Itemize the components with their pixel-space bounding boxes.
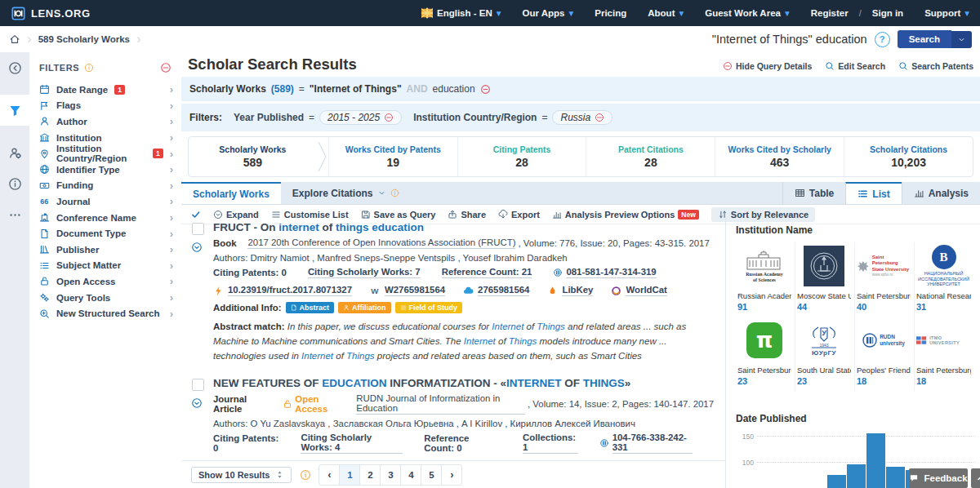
nav-item-support[interactable]: Support▾ (914, 0, 980, 26)
user-settings-rail-icon[interactable] (0, 137, 29, 168)
info-rail-icon[interactable] (0, 168, 29, 199)
institution-cell[interactable]: ВНАЦИОНАЛЬНЫЙ ИССЛЕДОВАТЕЛЬСКИЙУНИВЕРСИТ… (915, 242, 974, 317)
institution-cell[interactable]: RUDNuniversityPeoples' Friendsh...18 (855, 317, 915, 391)
nav-item-english-en[interactable]: English - EN▾ (411, 0, 512, 26)
page-button-2[interactable]: 2 (359, 464, 381, 486)
sidebar-item-subject-matter[interactable]: Subject Matter› (29, 258, 181, 274)
metric-patent-citations[interactable]: Patent Citations28 (586, 137, 715, 176)
result-source[interactable]: 2017 20th Conference of Open Innovations… (247, 237, 515, 249)
collapse-chart-button[interactable] (971, 468, 980, 488)
external-id-cloud[interactable]: 2765981564 (463, 285, 529, 296)
institution-count[interactable]: 44 (797, 302, 851, 312)
result-count[interactable]: 104-766-338-242-331 (599, 433, 693, 454)
institution-cell[interactable]: Moscow State Uni...44 (795, 242, 855, 317)
date-bar[interactable] (866, 433, 885, 488)
result-checkbox[interactable] (192, 379, 204, 391)
institution-cell[interactable]: У1943ЮУрГУSouth Ural State ...23 (795, 317, 855, 391)
external-id-worldcat[interactable]: WorldCat (611, 285, 666, 296)
institution-cell[interactable]: ITMO UNIVERSITYSaint Petersburg ...18 (915, 317, 974, 391)
nav-item-pricing[interactable]: Pricing (584, 0, 637, 26)
link-edit-search[interactable]: Edit Search (825, 61, 885, 71)
sidebar-item-new-structured-search[interactable]: New Structured Search› (29, 305, 181, 322)
metric-scholarly-citations[interactable]: Scholarly Citations10,203 (844, 137, 973, 176)
sidebar-item-conference-name[interactable]: Conference Name› (29, 210, 181, 226)
page-button-4[interactable]: 4 (400, 464, 421, 486)
metric-citing-patents[interactable]: Citing Patents28 (457, 137, 586, 176)
sidebar-item-funding[interactable]: Funding› (29, 178, 181, 194)
search-input[interactable]: "Internet of Things" education (712, 33, 867, 46)
collapse-filters-icon[interactable] (160, 62, 172, 73)
result-source[interactable]: RUDN Journal of Informatization in Educa… (356, 393, 525, 415)
nav-item-guest-work-area[interactable]: Guest Work Area▾ (694, 0, 800, 26)
breadcrumb[interactable]: 589 Scholarly Works (38, 34, 130, 44)
sidebar-item-journal[interactable]: 66Journal› (29, 193, 181, 210)
date-bar[interactable] (847, 464, 866, 488)
result-count[interactable]: Citing Scholarly Works: 7 (308, 267, 421, 278)
help-icon[interactable]: ? (875, 32, 890, 47)
tab-list[interactable]: List (845, 182, 901, 204)
home-icon[interactable] (9, 33, 20, 45)
institution-cell[interactable]: Saint PetersburgState Universitywww.spbu… (855, 242, 915, 317)
metric-works-cited-by-patents[interactable]: Works Cited by Patents19 (328, 137, 457, 176)
institution-count[interactable]: 23 (797, 376, 851, 386)
nav-item-about[interactable]: About▾ (637, 0, 694, 26)
sidebar-item-query-tools[interactable]: Query Tools› (29, 290, 181, 306)
metric-works-cited-by-scholarly[interactable]: Works Cited by Scholarly463 (715, 137, 844, 176)
sidebar-item-publisher[interactable]: Publisher› (29, 242, 181, 258)
date-bar[interactable] (886, 467, 905, 488)
remove-query-icon[interactable] (480, 84, 491, 95)
remove-filter-icon[interactable] (595, 113, 604, 122)
search-button[interactable]: Search (898, 30, 951, 48)
search-dropdown-caret[interactable] (951, 31, 972, 48)
tab-scholarly-works[interactable]: Scholarly Works (181, 182, 281, 204)
expand-result-icon[interactable] (191, 242, 203, 253)
sidebar-item-date-range[interactable]: Date Range1› (29, 82, 181, 98)
page-button-1[interactable]: 1 (339, 464, 360, 486)
institution-count[interactable]: 40 (857, 302, 911, 312)
institution-count[interactable]: 23 (737, 376, 791, 386)
result-checkbox[interactable] (192, 223, 204, 235)
sidebar-item-flags[interactable]: Flags› (29, 98, 181, 114)
prev-page-button[interactable]: ‹ (318, 464, 340, 486)
institution-count[interactable]: 18 (857, 376, 911, 386)
institution-cell[interactable]: Russian Academyof SciencesRussian Academ… (736, 242, 795, 317)
sidebar-item-document-type[interactable]: Document Type› (29, 225, 181, 242)
tab-table[interactable]: Table (782, 182, 845, 204)
collapse-rail-icon[interactable] (0, 52, 29, 83)
page-button-3[interactable]: 3 (380, 464, 401, 486)
remove-filter-icon[interactable] (384, 113, 394, 122)
filters-rail-icon[interactable] (0, 95, 29, 126)
results-per-page-select[interactable]: Show 10 Results (191, 467, 292, 483)
nav-item-sign-in[interactable]: Sign in (862, 0, 914, 26)
link-search-patents[interactable]: Search Patents (898, 61, 973, 71)
institution-count[interactable]: 31 (916, 302, 971, 312)
expand-result-icon[interactable] (191, 397, 203, 409)
institution-cell[interactable]: πSaint Petersburg S...23 (736, 317, 795, 391)
metric-scholarly-works[interactable]: Scholarly Works589 (189, 137, 317, 176)
result-count[interactable]: Collections: 1 (523, 433, 578, 454)
external-id-doi[interactable]: 10.23919/fruct.2017.8071327 (213, 285, 352, 296)
next-page-button[interactable]: › (441, 464, 462, 486)
result-count[interactable]: 081-581-147-314-319 (553, 267, 656, 278)
date-bar[interactable] (827, 475, 846, 488)
result-title[interactable]: FRUCT - On internet of things education (213, 221, 714, 233)
external-id-wlogo[interactable]: WW2765981564 (370, 285, 445, 296)
result-count[interactable]: Reference Count: 21 (442, 267, 532, 278)
nav-item-our-apps[interactable]: Our Apps▾ (512, 0, 585, 26)
sidebar-item-author[interactable]: Author› (29, 113, 181, 130)
tab-explore-citations[interactable]: Explore Citations (281, 182, 411, 204)
institution-count[interactable]: 18 (916, 376, 971, 386)
feedback-button[interactable]: Feedback (909, 468, 968, 488)
sidebar-item-institution-country-region[interactable]: Institution Country/Region1› (29, 145, 181, 162)
sidebar-item-identifier-type[interactable]: Identifier Type› (29, 162, 181, 178)
link-hide-query-details[interactable]: Hide Query Details (723, 61, 812, 71)
sidebar-item-open-access[interactable]: Open Access› (29, 273, 181, 290)
nav-item-register[interactable]: Register (800, 0, 859, 26)
tab-analysis[interactable]: Analysis (902, 182, 980, 204)
result-count[interactable]: Citing Scholarly Works: 4 (301, 433, 403, 454)
page-button-5[interactable]: 5 (421, 464, 442, 486)
lens-logo[interactable]: LENS.ORG (0, 7, 102, 20)
result-title[interactable]: NEW FEATURES OF EDUCATION INFORMATIZATIO… (213, 377, 714, 389)
more-rail-icon[interactable] (0, 199, 29, 230)
institution-count[interactable]: 91 (737, 302, 791, 312)
